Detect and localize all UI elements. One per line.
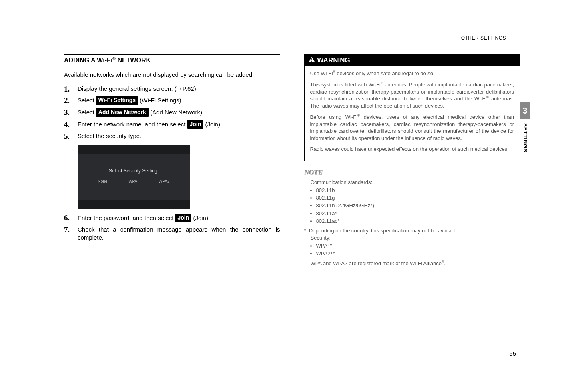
screenshot-top-bar — [78, 145, 190, 154]
right-column: ! WARNING Use Wi-Fi® devices only when s… — [304, 40, 520, 267]
warning-p1: Use Wi-Fi® devices only when safe and le… — [310, 70, 514, 77]
chapter-number: 3 — [520, 102, 530, 119]
section-intro: Available networks which are not display… — [64, 71, 280, 79]
warning-icon: ! — [309, 56, 315, 64]
warning-body: Use Wi-Fi® devices only when safe and le… — [305, 66, 520, 161]
security-screenshot: Select Security Setting: None WPA WPA2 — [78, 145, 190, 209]
section-title-sup: ® — [112, 56, 116, 61]
std-80211ac: 802.11ac* — [316, 218, 520, 225]
note-body: Communication standards: 802.11b 802.11g… — [304, 179, 520, 267]
steps-list: Display the general settings screen. (→P… — [64, 85, 280, 140]
step-3-pre: Select — [78, 109, 96, 116]
warning-box: ! WARNING Use Wi-Fi® devices only when s… — [304, 54, 520, 161]
security-list: WPA™ WPA2™ — [311, 242, 520, 257]
step-7: Check that a confirmation message appear… — [64, 226, 280, 242]
warning-p4: Radio waves could have unexpected effect… — [310, 146, 514, 153]
comm-standards-label: Communication standards: — [311, 179, 520, 186]
warning-heading: ! WARNING — [305, 55, 520, 66]
std-80211a: 802.11a* — [316, 210, 520, 217]
sec-wpa2: WPA2™ — [316, 250, 520, 257]
section-title-pre: ADDING A Wi-Fi — [64, 57, 112, 64]
comm-standards-list: 802.11b 802.11g 802.11n (2.4GHz/5GHz*) 8… — [311, 187, 520, 225]
warning-p3: Before using Wi-Fi® devices, users of an… — [310, 114, 514, 142]
warning-p2: This system is fitted with Wi-Fi® antenn… — [310, 81, 514, 110]
side-tab: 3 SETTINGS — [520, 102, 530, 152]
std-80211g: 802.11g — [316, 194, 520, 202]
steps-list-2: Enter the password, and then select Join… — [64, 214, 280, 242]
join-button-2[interactable]: Join — [175, 214, 191, 222]
step-2: Select Wi-Fi Settings (Wi-Fi Settings). — [64, 96, 280, 105]
std-80211n: 802.11n (2.4GHz/5GHz*) — [316, 202, 520, 209]
warning-label: WARNING — [317, 56, 350, 64]
screenshot-title: Select Security Setting: — [78, 168, 190, 174]
step-4-pre: Enter the network name, and then select — [78, 121, 187, 128]
section-title-post: NETWORK — [116, 57, 151, 64]
left-column: ADDING A Wi-Fi® NETWORK Available networ… — [64, 40, 280, 267]
add-new-network-button[interactable]: Add New Network — [96, 108, 149, 117]
page-number: 55 — [509, 350, 516, 357]
screenshot-options: None WPA WPA2 — [78, 179, 190, 184]
chapter-label: SETTINGS — [520, 119, 528, 152]
sec-wpa: WPA™ — [316, 242, 520, 250]
screenshot-opt-none: None — [98, 179, 107, 184]
page-content: ADDING A Wi-Fi® NETWORK Available networ… — [0, 0, 572, 283]
screenshot-opt-wpa2: WPA2 — [159, 179, 170, 184]
security-label: Security: — [311, 234, 520, 242]
note-heading: NOTE — [304, 168, 520, 176]
step-5: Select the security type. — [64, 132, 280, 140]
step-2-post: (Wi-Fi Settings). — [138, 97, 183, 104]
section-title: ADDING A Wi-Fi® NETWORK — [64, 54, 280, 66]
step-6-post: (Join). — [191, 214, 210, 221]
spec-footnote: *: Depending on the country, this specif… — [304, 227, 520, 234]
step-3-post: (Add New Network). — [149, 109, 204, 116]
trademark-note: WPA and WPA2 are registered mark of the … — [311, 260, 520, 268]
step-6: Enter the password, and then select Join… — [64, 214, 280, 222]
step-2-pre: Select — [78, 97, 96, 104]
screenshot-bottom-bar — [78, 200, 190, 209]
step-6-pre: Enter the password, and then select — [78, 214, 175, 221]
join-button-1[interactable]: Join — [187, 120, 204, 129]
screenshot-opt-wpa: WPA — [128, 179, 137, 184]
step-4: Enter the network name, and then select … — [64, 120, 280, 129]
wifi-settings-button[interactable]: Wi-Fi Settings — [96, 96, 138, 105]
step-4-post: (Join). — [203, 121, 222, 128]
svg-text:!: ! — [311, 58, 312, 62]
step-3: Select Add New Network (Add New Network)… — [64, 108, 280, 117]
std-80211b: 802.11b — [316, 187, 520, 194]
step-1: Display the general settings screen. (→P… — [64, 85, 280, 93]
